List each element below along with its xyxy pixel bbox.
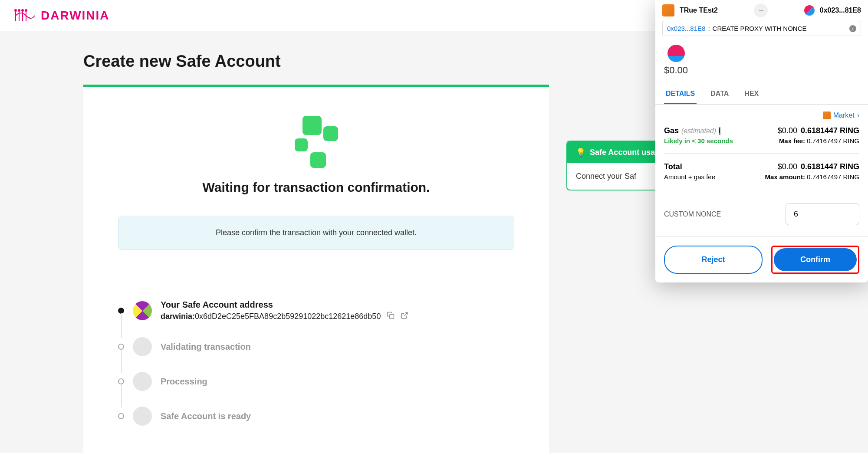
maxamount-value: 0.74167497 RING	[807, 173, 859, 181]
svg-point-3	[25, 10, 27, 11]
waiting-title: Waiting for transaction confirmation.	[118, 180, 514, 195]
step-ready: Safe Account is ready	[118, 399, 514, 433]
gas-usd: $0.00	[778, 126, 797, 135]
info-icon[interactable]: i	[849, 25, 856, 32]
total-sublabel: Amount + gas fee	[664, 173, 715, 181]
copy-icon[interactable]	[387, 312, 395, 322]
account-address-short: 0x023...81E8	[820, 7, 861, 14]
wallet-confirmation-popup: TRue TEst2 → 0x023...81E8 0x023...81E8 :…	[655, 0, 868, 282]
account-name: TRue TEst2	[680, 7, 718, 14]
total-usd: $0.00	[778, 162, 797, 171]
arrow-right-icon: →	[754, 3, 768, 17]
gas-row: Gas (estimated) i $0.000.6181447 RING	[664, 126, 859, 135]
balance-amount: $0.00	[664, 65, 688, 76]
total-subrow: Amount + gas fee Max amount: 0.74167497 …	[664, 173, 859, 181]
tab-hex[interactable]: HEX	[743, 85, 760, 104]
step-address: Your Safe Account address darwinia:0x6dD…	[118, 292, 514, 329]
tab-details[interactable]: DETAILS	[664, 85, 697, 104]
step-dot-icon	[118, 378, 124, 384]
tab-data[interactable]: DATA	[709, 85, 730, 104]
action-separator: :	[708, 25, 710, 32]
step-title: Validating transaction	[161, 342, 514, 352]
address-value: 0x6dD2eC25e5FBA89c2b59291022bc12621e86db…	[195, 312, 381, 321]
account-identicon	[804, 5, 815, 16]
step-placeholder-icon	[133, 337, 152, 356]
gas-label: Gas	[664, 126, 679, 135]
step-validating: Validating transaction	[118, 329, 514, 364]
wallet-from-account[interactable]: TRue TEst2	[662, 4, 718, 16]
market-text: Market	[833, 112, 855, 119]
logo[interactable]: DARWINIA	[14, 9, 110, 23]
custom-nonce-row: CUSTOM NONCE	[664, 189, 859, 230]
svg-line-5	[404, 312, 408, 316]
wallet-footer: Reject Confirm	[655, 236, 868, 282]
logo-text: DARWINIA	[41, 9, 110, 23]
maxamount-label: Max amount:	[765, 173, 805, 181]
wallet-tabs: DETAILS DATA HEX	[655, 85, 868, 105]
nonce-input[interactable]	[786, 203, 859, 225]
wallet-details-panel: Market › Gas (estimated) i $0.000.618144…	[655, 105, 868, 236]
gas-amount: 0.6181447 RING	[801, 126, 859, 135]
step-placeholder-icon	[133, 372, 152, 391]
step-dot-icon	[118, 413, 124, 419]
svg-rect-4	[390, 315, 394, 319]
action-method: CREATE PROXY WITH NONCE	[713, 25, 807, 32]
step-placeholder-icon	[133, 407, 152, 426]
blocks-loading-icon	[295, 116, 338, 168]
total-amount: 0.6181447 RING	[801, 162, 859, 171]
transaction-card: Waiting for transaction confirmation. Pl…	[83, 85, 549, 453]
nonce-label: CUSTOM NONCE	[664, 210, 721, 218]
total-value: $0.000.6181447 RING	[778, 162, 859, 171]
reject-button[interactable]: Reject	[664, 246, 763, 274]
step-dot-icon	[118, 344, 124, 350]
address-prefix: darwinia:	[161, 312, 195, 321]
gas-value: $0.000.6181447 RING	[778, 126, 859, 135]
metamask-fox-icon	[823, 112, 831, 119]
gas-likely: Likely in < 30 seconds	[664, 137, 733, 144]
lightbulb-icon: 💡	[576, 148, 585, 157]
info-icon[interactable]: i	[719, 127, 720, 135]
step-title: Your Safe Account address	[161, 300, 514, 310]
step-title: Processing	[161, 377, 514, 387]
total-row: Total $0.000.6181447 RING	[664, 162, 859, 171]
metamask-fox-icon	[662, 4, 674, 16]
svg-point-2	[22, 10, 23, 11]
market-link[interactable]: Market ›	[664, 112, 859, 126]
steps-list: Your Safe Account address darwinia:0x6dD…	[83, 271, 549, 453]
maxfee-value: 0.74167497 RING	[807, 137, 859, 144]
step-processing: Processing	[118, 364, 514, 399]
token-icon	[667, 45, 685, 62]
transaction-action: 0x023...81E8 : CREATE PROXY WITH NONCE i	[662, 21, 861, 36]
gas-sublabel: (estimated)	[681, 127, 716, 135]
step-title: Safe Account is ready	[161, 411, 514, 421]
chevron-right-icon: ›	[857, 112, 859, 119]
action-address[interactable]: 0x023...81E8	[667, 25, 705, 32]
external-link-icon[interactable]	[401, 312, 408, 322]
svg-point-0	[15, 10, 16, 11]
logo-icon	[14, 9, 36, 22]
svg-point-1	[18, 10, 20, 11]
account-identicon	[133, 301, 152, 320]
total-label: Total	[664, 162, 682, 171]
gas-subrow: Likely in < 30 seconds Max fee: 0.741674…	[664, 137, 859, 144]
wallet-to-account[interactable]: 0x023...81E8	[804, 5, 861, 16]
wallet-balance: $0.00	[655, 39, 868, 85]
info-box: Please confirm the transaction with your…	[118, 216, 514, 250]
panel-header-text: Safe Account usa	[590, 148, 655, 157]
account-address: darwinia:0x6dD2eC25e5FBA89c2b59291022bc1…	[161, 312, 514, 322]
maxfee-label: Max fee:	[779, 137, 805, 144]
confirm-button[interactable]: Confirm	[774, 248, 857, 271]
step-dot-icon	[118, 308, 124, 314]
wallet-header: TRue TEst2 → 0x023...81E8	[655, 0, 868, 17]
